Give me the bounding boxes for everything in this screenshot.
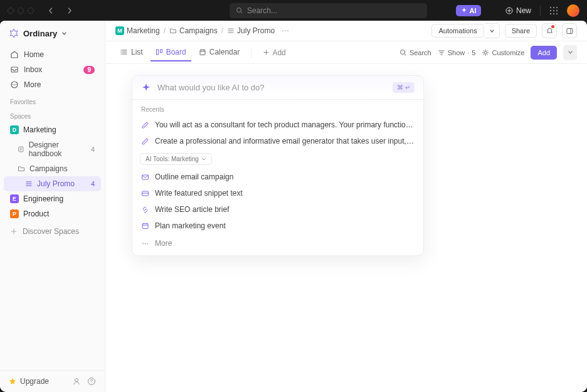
svg-point-33: [147, 243, 148, 244]
chevron-down-icon: [201, 157, 206, 162]
space-icon: D: [10, 125, 19, 134]
nav-arrows: [44, 4, 77, 18]
chevron-down-icon: [568, 50, 573, 55]
inbox-badge: 9: [83, 66, 95, 74]
ai-tool-outline-email[interactable]: Outline email campaign: [132, 169, 423, 185]
ai-recent-item[interactable]: Create a professional and informative em…: [132, 133, 423, 149]
add-dropdown[interactable]: [563, 45, 577, 60]
notifications-button[interactable]: [542, 23, 557, 38]
crumb-list[interactable]: July Promo: [227, 26, 275, 35]
search-placeholder: Search...: [247, 6, 277, 15]
help-icon[interactable]: [87, 377, 96, 386]
ai-input-row: ⌘ ↵: [132, 76, 423, 99]
svg-rect-30: [142, 223, 148, 228]
add-button[interactable]: Add: [531, 46, 557, 60]
view-list[interactable]: List: [115, 44, 148, 61]
add-view[interactable]: Add: [258, 46, 290, 60]
home-icon: [10, 50, 19, 59]
space-icon: P: [10, 209, 19, 218]
calendar-icon: [199, 48, 206, 56]
ai-modal: ⌘ ↵ Recents You will act as a consultant…: [132, 75, 424, 256]
space-icon: M: [115, 26, 124, 35]
ai-button[interactable]: AI: [456, 5, 481, 16]
view-calendar[interactable]: Calendar: [194, 44, 245, 61]
search-icon: [399, 49, 407, 56]
sidebar-item-campaigns[interactable]: Campaigns: [4, 161, 101, 176]
sparkle-icon: [141, 83, 151, 93]
automations-dropdown[interactable]: [485, 23, 500, 38]
plus-circle-icon: [505, 7, 513, 14]
svg-rect-25: [200, 50, 205, 55]
svg-point-7: [556, 9, 558, 11]
workspace-switcher[interactable]: Ordinary: [0, 21, 105, 46]
board-icon: [156, 48, 163, 56]
divider: [540, 6, 541, 16]
maximize-window[interactable]: [28, 8, 34, 14]
ai-tool-plan-event[interactable]: Plan marketing event: [132, 218, 423, 234]
nav-forward[interactable]: [63, 4, 77, 18]
close-window[interactable]: [8, 8, 14, 14]
minimize-window[interactable]: [18, 8, 24, 14]
ai-tools-filter[interactable]: AI Tools: Marketing: [140, 153, 212, 165]
more-icon: [141, 240, 149, 248]
upgrade-button[interactable]: Upgrade: [9, 377, 49, 386]
new-button[interactable]: New: [505, 6, 531, 15]
show-action[interactable]: Show · 5: [438, 49, 476, 56]
user-avatar[interactable]: [567, 4, 579, 17]
panel-button[interactable]: [562, 23, 577, 38]
nav-back[interactable]: [44, 4, 58, 18]
ai-tool-snippet[interactable]: Write featured snippet text: [132, 185, 423, 201]
svg-point-2: [550, 6, 551, 8]
sidebar-home[interactable]: Home: [5, 47, 100, 62]
svg-rect-24: [160, 50, 162, 53]
person-icon[interactable]: [72, 377, 81, 386]
sidebar-item-designer-handbook[interactable]: Designer handbook 4: [4, 137, 101, 161]
automations-button[interactable]: Automations: [431, 24, 484, 38]
ai-more[interactable]: More: [132, 234, 423, 255]
sidebar-space-engineering[interactable]: E Engineering: [4, 191, 101, 206]
share-button[interactable]: Share: [505, 24, 537, 38]
customize-action[interactable]: Customize: [482, 49, 524, 56]
crumb-folder[interactable]: Campaigns: [169, 26, 218, 35]
workspace-logo-icon: [9, 28, 19, 38]
main-content: M Marketing / Campaigns / July Promo Aut…: [105, 21, 587, 392]
sidebar-space-marketing[interactable]: D Marketing: [4, 122, 101, 137]
svg-point-5: [550, 9, 551, 11]
svg-point-8: [550, 13, 551, 14]
apps-icon[interactable]: [549, 6, 558, 15]
breadcrumb-bar: M Marketing / Campaigns / July Promo Aut…: [105, 21, 587, 41]
upgrade-icon: [9, 378, 16, 385]
svg-rect-22: [567, 28, 573, 33]
edit-icon: [141, 121, 149, 129]
ai-input[interactable]: [157, 83, 386, 92]
sidebar-more[interactable]: More: [5, 77, 100, 92]
crumb-space[interactable]: M Marketing: [115, 26, 160, 35]
breadcrumbs: M Marketing / Campaigns / July Promo: [115, 26, 290, 35]
settings-icon: [482, 49, 489, 56]
chevron-down-icon: [61, 31, 67, 36]
svg-point-32: [145, 243, 146, 244]
svg-point-4: [556, 6, 558, 8]
svg-point-3: [553, 6, 554, 8]
window-controls: [8, 8, 34, 14]
svg-point-10: [556, 13, 558, 14]
view-board[interactable]: Board: [151, 44, 191, 61]
discover-spaces[interactable]: Discover Spaces: [0, 224, 105, 239]
svg-point-0: [237, 8, 241, 12]
sidebar-space-product[interactable]: P Product: [4, 206, 101, 221]
svg-point-27: [484, 51, 487, 54]
ai-recent-item[interactable]: You will act as a consultant for tech pr…: [132, 117, 423, 133]
search-action[interactable]: Search: [399, 49, 431, 56]
global-search[interactable]: Search...: [230, 3, 427, 18]
doc-icon: [18, 146, 24, 153]
list-icon: [227, 27, 235, 34]
notif-dot: [551, 25, 554, 28]
titlebar: Search... AI New: [0, 0, 587, 21]
sidebar-inbox[interactable]: Inbox 9: [5, 62, 100, 77]
more-icon[interactable]: [281, 26, 290, 35]
ai-tool-seo[interactable]: Write SEO article brief: [132, 201, 423, 218]
svg-point-19: [282, 30, 283, 31]
sidebar-item-july-promo[interactable]: July Promo 4: [4, 176, 101, 191]
recents-label: Recents: [132, 100, 423, 117]
link-icon: [141, 206, 149, 214]
